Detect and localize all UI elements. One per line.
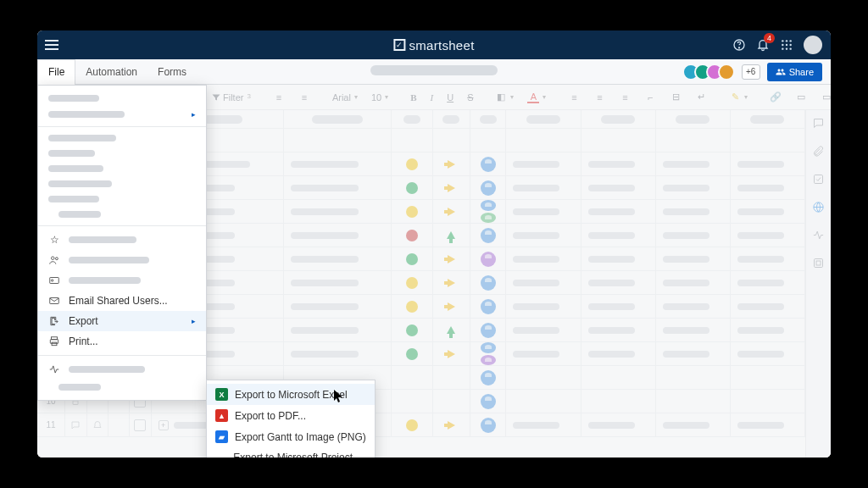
file-menu-item[interactable] xyxy=(38,91,206,106)
svg-point-3 xyxy=(786,40,787,42)
font-name-select[interactable]: Arial▾ xyxy=(328,91,362,104)
underline-button[interactable]: U xyxy=(442,91,458,104)
excel-icon: X xyxy=(215,388,228,401)
publish-icon[interactable] xyxy=(812,201,825,217)
pdf-icon: ▲ xyxy=(215,409,228,422)
file-menu-activity[interactable] xyxy=(38,359,206,380)
file-menu-sharing[interactable] xyxy=(38,250,206,270)
highlight-button[interactable]: ✎▾ xyxy=(725,90,752,105)
collaborator-avatar[interactable] xyxy=(718,64,735,80)
activity-log-icon xyxy=(48,363,60,375)
svg-point-8 xyxy=(782,47,783,49)
link-button[interactable]: 🔗 xyxy=(765,90,786,105)
share-button[interactable]: Share xyxy=(767,63,822,81)
image-icon: ▰ xyxy=(215,430,228,443)
text-color-button[interactable]: A▾ xyxy=(523,90,550,105)
align-top-button[interactable]: ⌐ xyxy=(640,90,660,105)
file-menu-item[interactable] xyxy=(38,176,206,191)
right-rail xyxy=(805,110,831,458)
brand-logo: ✓ smartsheet xyxy=(393,38,474,53)
global-header: ✓ smartsheet 4 xyxy=(37,30,831,59)
row-checkbox[interactable] xyxy=(134,419,146,431)
attach-button[interactable]: ▭ xyxy=(816,90,831,105)
star-icon: ☆ xyxy=(48,234,60,246)
sheet-title-placeholder xyxy=(370,65,498,75)
notifications-icon[interactable]: 4 xyxy=(756,38,770,52)
strike-button[interactable]: S xyxy=(463,91,477,104)
file-menu-item[interactable] xyxy=(38,146,206,161)
svg-rect-23 xyxy=(52,342,57,346)
menu-file[interactable]: File xyxy=(37,59,75,86)
info-icon[interactable] xyxy=(812,257,825,273)
export-msproject[interactable]: PExport to Microsoft Project (XML) xyxy=(207,447,375,458)
align-right-button[interactable]: ≡ xyxy=(615,90,635,105)
file-menu-item[interactable] xyxy=(38,207,206,222)
svg-rect-12 xyxy=(815,175,823,184)
align-center-button[interactable]: ≡ xyxy=(589,90,609,105)
bold-button[interactable]: B xyxy=(406,91,420,104)
menu-forms[interactable]: Forms xyxy=(147,59,197,84)
export-pdf[interactable]: ▲Export to PDF... xyxy=(207,405,375,426)
people-icon xyxy=(48,254,60,266)
file-menu-item[interactable] xyxy=(38,161,206,176)
user-avatar[interactable] xyxy=(804,36,822,54)
image-button[interactable]: ▭ xyxy=(791,90,811,105)
logo-check-icon: ✓ xyxy=(393,39,405,51)
file-menu-export[interactable]: Export▸ xyxy=(38,311,206,331)
file-menu-email[interactable]: Email Shared Users... xyxy=(38,291,206,311)
brand-text: smartsheet xyxy=(409,38,474,53)
activity-icon[interactable] xyxy=(812,229,825,245)
collaborator-avatars[interactable] xyxy=(687,64,735,80)
svg-point-1 xyxy=(738,47,739,48)
file-menu-item[interactable] xyxy=(38,130,206,146)
svg-point-2 xyxy=(782,40,783,42)
outdent-button[interactable]: ≡ xyxy=(269,90,289,105)
apps-grid-icon[interactable] xyxy=(780,38,793,52)
svg-point-10 xyxy=(789,47,791,49)
file-menu-properties[interactable] xyxy=(38,270,206,291)
export-icon xyxy=(48,315,60,327)
file-menu-item[interactable] xyxy=(38,191,206,207)
notification-badge: 4 xyxy=(764,33,775,43)
export-gantt-png[interactable]: ▰Export Gantt to Image (PNG) xyxy=(207,426,375,447)
main-menu-button[interactable] xyxy=(37,30,66,59)
comments-icon[interactable] xyxy=(812,117,825,133)
svg-rect-20 xyxy=(50,298,59,304)
svg-point-16 xyxy=(52,257,55,260)
export-submenu: XExport to Microsoft Excel ▲Export to PD… xyxy=(206,380,376,458)
mail-icon xyxy=(48,295,60,307)
svg-point-19 xyxy=(52,280,53,281)
filter-button[interactable]: Filter 3 xyxy=(207,91,255,104)
align-left-button[interactable]: ≡ xyxy=(564,90,584,105)
card-icon xyxy=(48,274,60,286)
menu-automation[interactable]: Automation xyxy=(75,59,147,84)
help-icon[interactable] xyxy=(732,38,746,52)
proof-icon[interactable] xyxy=(812,173,825,189)
project-icon: P xyxy=(215,458,226,458)
export-excel[interactable]: XExport to Microsoft Excel xyxy=(207,384,375,405)
wrap-button[interactable]: ↵ xyxy=(691,90,711,105)
sheet-menubar: File Automation Forms +6 Share xyxy=(37,59,831,85)
file-menu-favorite[interactable]: ☆ xyxy=(38,230,206,250)
file-menu-item[interactable] xyxy=(38,380,206,395)
app-window: ✓ smartsheet 4 File Automation Forms +6 xyxy=(37,30,831,458)
svg-point-17 xyxy=(55,258,58,260)
collaborator-overflow[interactable]: +6 xyxy=(742,64,760,80)
mouse-cursor xyxy=(334,390,344,403)
fill-color-button[interactable]: ◧▾ xyxy=(491,90,518,105)
svg-point-4 xyxy=(789,40,791,42)
header-actions: 4 xyxy=(732,36,831,54)
file-menu-dropdown: ▸ ☆ Email Shared Users... Export▸ Print.… xyxy=(37,85,207,401)
italic-button[interactable]: I xyxy=(426,91,438,104)
align-middle-button[interactable]: ⊟ xyxy=(665,90,686,105)
file-menu-item[interactable]: ▸ xyxy=(38,106,206,123)
svg-rect-14 xyxy=(815,259,823,268)
svg-point-7 xyxy=(789,44,791,46)
attachments-icon[interactable] xyxy=(812,145,825,161)
indent-button[interactable]: ≡ xyxy=(294,90,314,105)
svg-rect-15 xyxy=(816,261,821,265)
file-menu-print[interactable]: Print... xyxy=(38,331,206,352)
svg-point-9 xyxy=(786,47,787,49)
font-size-select[interactable]: 10▾ xyxy=(367,91,392,104)
table-row[interactable]: 11+ xyxy=(37,413,805,437)
